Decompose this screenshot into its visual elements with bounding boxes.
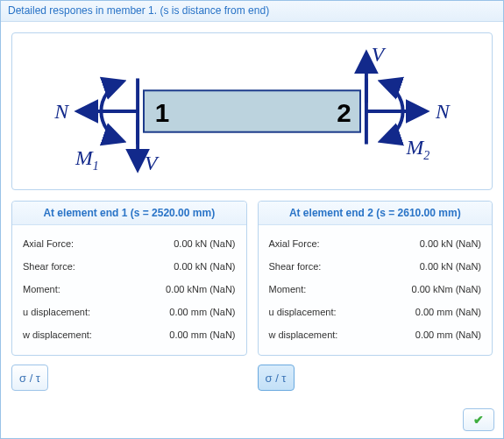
value-axial: 0.00 kN (NaN)	[374, 232, 483, 255]
label-udisp: u displacement:	[21, 301, 129, 323]
label-axial: Axial Force:	[267, 232, 375, 255]
beam-diagram-panel: N N V V M 1 M 2 1 2	[11, 32, 493, 190]
table-row: Axial Force:0.00 kN (NaN)	[267, 232, 484, 255]
table-row: Axial Force:0.00 kN (NaN)	[21, 232, 238, 255]
content-area: N N V V M 1 M 2 1 2	[1, 22, 503, 401]
label-shear: Shear force:	[267, 255, 375, 278]
table-row: w displacement:0.00 mm (NaN)	[21, 323, 238, 346]
value-udisp: 0.00 mm (NaN)	[374, 301, 483, 323]
table-row: Moment:0.00 kNm (NaN)	[21, 278, 238, 301]
panel-end-2: At element end 2 (s = 2610.00 mm) Axial …	[258, 201, 493, 356]
label-wdisp: w displacement:	[267, 323, 375, 346]
beam-diagram: N N V V M 1 M 2 1 2	[18, 39, 486, 184]
panel-end-2-title: At element end 2 (s = 2610.00 mm)	[259, 202, 493, 225]
label-V-right: V	[372, 43, 387, 66]
value-shear: 0.00 kN (NaN)	[374, 255, 483, 278]
value-wdisp: 0.00 mm (NaN)	[129, 323, 238, 346]
ok-button[interactable]: ✔	[463, 408, 494, 431]
check-icon: ✔	[473, 413, 484, 427]
table-row: Shear force:0.00 kN (NaN)	[267, 255, 484, 278]
value-axial: 0.00 kN (NaN)	[129, 232, 238, 255]
value-udisp: 0.00 mm (NaN)	[129, 301, 238, 323]
label-N-right: N	[435, 100, 451, 123]
label-M1: M	[75, 146, 94, 169]
node-number-2: 2	[337, 98, 351, 127]
label-shear: Shear force:	[21, 255, 129, 278]
label-N-left: N	[53, 100, 69, 123]
label-axial: Axial Force:	[21, 232, 129, 255]
table-row: u displacement:0.00 mm (NaN)	[21, 301, 238, 323]
label-M2-sub: 2	[423, 149, 429, 162]
table-row: Moment:0.00 kNm (NaN)	[267, 278, 484, 301]
values-table-end-1: Axial Force:0.00 kN (NaN) Shear force:0.…	[21, 232, 238, 346]
values-table-end-2: Axial Force:0.00 kN (NaN) Shear force:0.…	[267, 232, 484, 346]
value-shear: 0.00 kN (NaN)	[129, 255, 238, 278]
stress-button-end-1[interactable]: σ / τ	[11, 365, 48, 391]
window-title: Detailed respones in member 1. (s is dis…	[1, 1, 503, 22]
label-M2: M	[405, 136, 424, 159]
label-M1-sub: 1	[93, 159, 99, 173]
value-wdisp: 0.00 mm (NaN)	[374, 323, 483, 346]
label-moment: Moment:	[21, 278, 129, 301]
node-number-1: 1	[155, 98, 169, 127]
table-row: u displacement:0.00 mm (NaN)	[267, 301, 484, 323]
label-udisp: u displacement:	[267, 301, 375, 323]
label-wdisp: w displacement:	[21, 323, 129, 346]
panel-end-1-title: At element end 1 (s = 2520.00 mm)	[12, 202, 246, 225]
stress-button-end-2[interactable]: σ / τ	[258, 365, 295, 391]
dialog-window: Detailed respones in member 1. (s is dis…	[0, 0, 504, 439]
label-V-left: V	[145, 152, 160, 174]
table-row: w displacement:0.00 mm (NaN)	[267, 323, 484, 346]
panel-end-1: At element end 1 (s = 2520.00 mm) Axial …	[11, 201, 247, 356]
beam-body	[144, 90, 360, 131]
value-moment: 0.00 kNm (NaN)	[129, 278, 238, 301]
label-moment: Moment:	[267, 278, 375, 301]
value-moment: 0.00 kNm (NaN)	[374, 278, 483, 301]
table-row: Shear force:0.00 kN (NaN)	[21, 255, 238, 278]
